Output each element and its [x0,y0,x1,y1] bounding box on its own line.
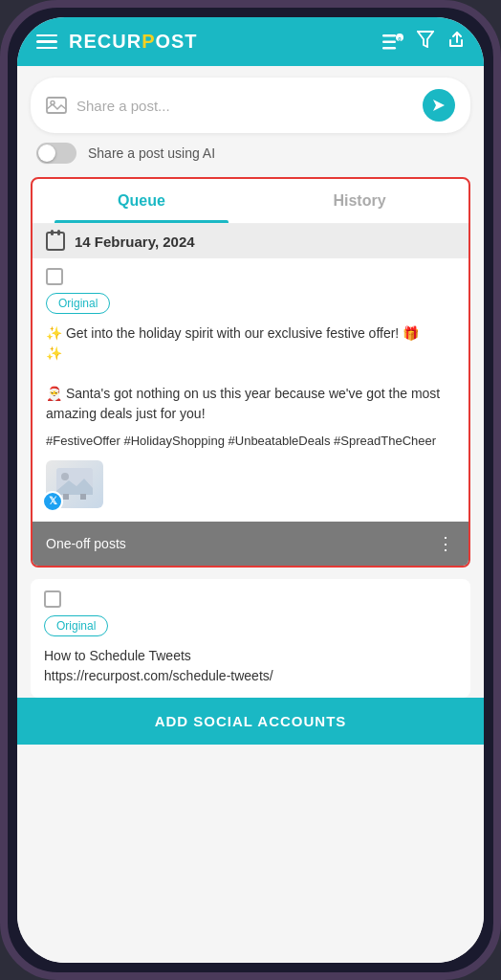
post-item-1: Original ✨ Get into the holiday spirit w… [33,258,468,518]
svg-rect-6 [47,98,66,113]
date-header: 14 February, 2024 [33,224,468,258]
hamburger-icon[interactable] [36,34,57,50]
post-line-2: ✨ [46,344,455,364]
svg-point-10 [61,473,69,480]
share-post-bar[interactable]: Share a post... [31,78,470,133]
content-area: Share a post... Share a post using AI [17,66,484,963]
send-button[interactable] [423,89,455,122]
svg-rect-0 [382,34,396,37]
add-social-accounts-button[interactable]: ADD SOCIAL ACCOUNTS [17,698,484,745]
ai-toggle-row: Share a post using AI [17,133,484,164]
post-line-1: ✨ Get into the holiday spirit with our e… [46,323,455,344]
toggle-knob [38,145,55,162]
post-url-2: https://recurpost.com/schedule-tweets/ [44,666,457,686]
post-text-2: How to Schedule Tweets [44,646,457,666]
calendar-icon [46,232,65,251]
image-icon [46,97,67,114]
share-post-left: Share a post... [46,97,170,114]
post-item-2: Original How to Schedule Tweets https://… [31,579,470,698]
post-checkbox-1[interactable] [46,268,63,285]
post-link: How to Schedule Tweets https://recurpost… [44,646,457,686]
svg-rect-12 [63,494,69,500]
phone-screen: RECURPOST 0 [17,17,484,963]
post-line-3: 🎅 Santa's got nothing on us this year be… [46,384,455,424]
filter-icon[interactable] [417,31,434,53]
ai-toggle-label: Share a post using AI [88,145,215,161]
svg-rect-13 [80,494,86,500]
tabs-header: Queue History [33,179,468,224]
original-badge-1[interactable]: Original [46,293,110,314]
tab-queue[interactable]: Queue [33,179,250,223]
svg-rect-1 [382,40,396,43]
ai-toggle[interactable] [36,143,76,164]
navbar-left: RECURPOST [36,31,198,53]
post-checkbox-2[interactable] [44,590,61,608]
tab-history[interactable]: History [250,179,468,223]
tabs-container: Queue History 14 February, 2024 Original [31,177,470,568]
date-text: 14 February, 2024 [75,234,195,250]
one-off-footer: One-off posts ⋮ [33,522,468,566]
logo-dot: P [142,31,155,52]
twitter-icon: 𝕏 [49,495,57,507]
three-dots-menu[interactable]: ⋮ [437,533,455,554]
list-icon[interactable]: 0 [382,33,403,51]
post-content-1: ✨ Get into the holiday spirit with our e… [46,323,455,424]
one-off-label: One-off posts [46,536,126,551]
post-media: 𝕏 [46,460,103,508]
twitter-badge: 𝕏 [42,491,63,512]
navbar: RECURPOST 0 [17,17,484,66]
app-logo: RECURPOST [69,31,198,53]
share-icon[interactable] [447,31,465,53]
phone-frame: RECURPOST 0 [0,0,501,980]
navbar-right: 0 [382,31,465,53]
svg-marker-5 [418,32,433,47]
share-placeholder: Share a post... [76,98,170,114]
svg-marker-8 [433,100,445,111]
original-badge-2[interactable]: Original [44,615,108,636]
svg-rect-2 [382,47,396,50]
post-hashtags: #FestiveOffer #HolidayShopping #Unbeatab… [46,432,455,451]
